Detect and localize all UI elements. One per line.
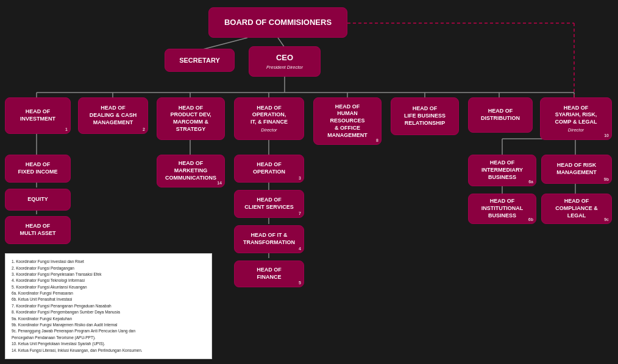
head-product-node: HEAD OFPRODUCT DEV,MARCOMM &STRATEGY <box>157 97 225 140</box>
org-chart: BOARD OF COMMISIONERS SECRETARY CEO Pres… <box>0 0 618 364</box>
equity-node: EQUITY <box>5 189 71 211</box>
head-syariah-node: HEAD OFSYARIAH, RISK,COMP & LEGAL Direct… <box>540 97 612 140</box>
head-institutional-node: HEAD OFINSTITUTIONALBUSINESS 6b <box>468 194 536 224</box>
head-op2-node: HEAD OFOPERATION 3 <box>234 155 304 183</box>
board-node: BOARD OF COMMISIONERS <box>208 7 347 38</box>
head-operation-it-node: HEAD OFOPERATION,IT, & FINANCE Director <box>234 97 304 140</box>
head-client-node: HEAD OFCLIENT SERVICES 7 <box>234 190 304 218</box>
head-it-node: HEAD OF IT &TRANSFORMATION 4 <box>234 225 304 253</box>
head-compliance-node: HEAD OFCOMPLIANCE &LEGAL 9c <box>541 194 612 224</box>
head-dealing-node: HEAD OFDEALING & CASHMANAGEMENT 2 <box>78 97 148 134</box>
head-hr-node: HEAD OFHUMANRESOURCES& OFFICEMANAGEMENT … <box>313 97 382 145</box>
secretary-node: SECRETARY <box>165 49 235 72</box>
head-multi-node: HEAD OFMULTI ASSET <box>5 216 71 244</box>
head-intermediary-node: HEAD OFINTERMEDIARYBUSINESS 6a <box>468 155 536 186</box>
head-risk-node: HEAD OF RISKMANAGEMENT 9b <box>541 155 612 184</box>
head-investment-node: HEAD OFINVESTMENT 1 <box>5 97 71 134</box>
head-finance-node: HEAD OFFINANCE 5 <box>234 261 304 287</box>
head-distribution-node: HEAD OFDISTRIBUTION <box>468 97 533 133</box>
head-life-node: HEAD OFLIFE BUSINESSRELATIONSHIP <box>391 97 459 135</box>
head-marketing-node: HEAD OFMARKETINGCOMMUNICATIONS 14 <box>157 155 225 187</box>
svg-line-1 <box>201 38 247 50</box>
head-fixed-node: HEAD OFFIXED INCOME <box>5 155 71 183</box>
ceo-node: CEO President Director <box>249 46 321 77</box>
footnotes: 1. Koordinator Fungsi Investasi dan Rise… <box>5 253 212 359</box>
